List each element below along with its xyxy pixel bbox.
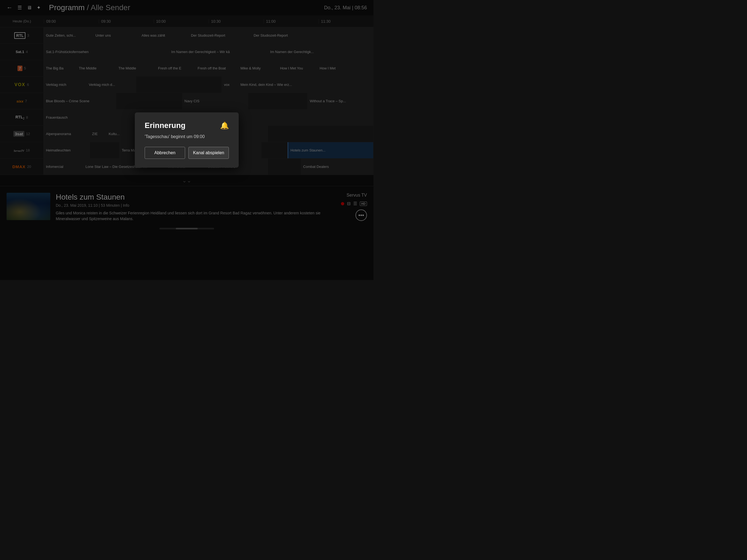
reminder-modal: Erinnerung 🔔 'Tagesschau' beginnt um 09:…	[135, 112, 239, 168]
modal-bell-icon: 🔔	[220, 121, 229, 130]
modal-title: Erinnerung	[145, 121, 185, 130]
modal-play-button[interactable]: Kanal abspielen	[188, 147, 229, 159]
modal-cancel-button[interactable]: Abbrechen	[145, 147, 185, 159]
modal-header: Erinnerung 🔔	[145, 121, 229, 130]
modal-buttons: Abbrechen Kanal abspielen	[145, 147, 229, 159]
modal-message: 'Tagesschau' beginnt um 09:00	[145, 134, 229, 139]
modal-overlay: Erinnerung 🔔 'Tagesschau' beginnt um 09:…	[0, 0, 374, 280]
